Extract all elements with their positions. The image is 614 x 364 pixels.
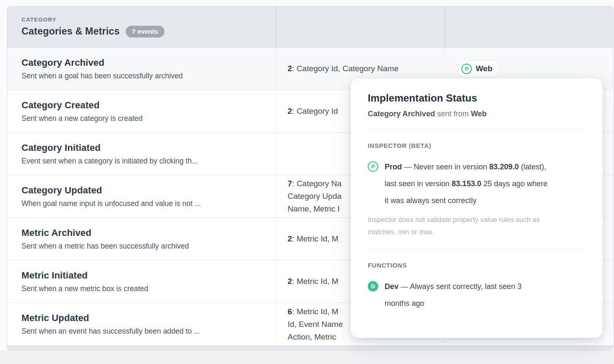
category-header-main: CATEGORY Categories & Metrics 7 events: [7, 6, 277, 47]
event-name-cell: Category Created Sent when a new categor…: [7, 90, 277, 132]
category-header: CATEGORY Categories & Metrics 7 events: [7, 6, 613, 48]
dev-env-icon: D: [368, 281, 378, 292]
events-count-badge: 7 events: [126, 26, 164, 37]
event-description: Sent when a new metric box is created: [22, 284, 276, 293]
dev-status-text: Dev — Always sent correctly, last seen 3…: [385, 278, 586, 312]
event-name-cell: Category Initiated Event sent when a cat…: [7, 133, 277, 175]
event-name-cell: Metric Updated Sent when an event has su…: [7, 303, 277, 345]
prod-env-icon: P: [461, 64, 472, 74]
event-name-cell: Metric Initiated Sent when a new metric …: [7, 260, 277, 302]
properties-list: : Metric Id, M: [292, 234, 339, 243]
event-description: Sent when a new category is created: [22, 114, 276, 123]
popover-divider-functions: [368, 249, 586, 249]
event-title: Metric Updated: [22, 313, 276, 324]
properties-count: 2: [288, 234, 292, 243]
event-title: Category Archived: [22, 57, 276, 68]
properties-list: : Category Id: [292, 107, 338, 115]
event-title: Category Updated: [22, 185, 276, 196]
category-title: Categories & Metrics: [22, 26, 120, 37]
table-footer-strip: [7, 345, 613, 351]
event-name-cell: Category Updated When goal name input is…: [7, 175, 277, 217]
properties-count: 7: [288, 179, 292, 188]
properties-column-header: [277, 6, 445, 47]
event-title: Category Initiated: [22, 142, 276, 153]
event-description: Sent when an event has successfully been…: [22, 327, 276, 336]
prod-status-item: P Prod — Never seen in version 83.209.0 …: [368, 158, 586, 209]
prod-line2-suffix: 25 days ago where: [481, 179, 547, 188]
prod-env-icon: P: [368, 161, 378, 172]
event-title: Metric Initiated: [22, 270, 276, 281]
prod-line1-suffix: (latest),: [519, 163, 546, 171]
prod-env-name: Prod: [385, 163, 402, 171]
dev-line1-text: — Always sent correctly, last seen 3: [399, 282, 522, 291]
event-name-cell: Metric Archived Sent when a metric has b…: [7, 218, 277, 260]
properties-list: : Metric Id, M: [292, 307, 339, 316]
prod-last-seen-version: 83.153.0: [452, 179, 481, 188]
category-kind-label: CATEGORY: [22, 16, 276, 23]
popover-divider-top: [368, 129, 586, 130]
event-title: Metric Archived: [22, 228, 276, 238]
page-bottom-band: [0, 351, 614, 364]
event-description: When goal name input is unfocused and va…: [22, 199, 276, 208]
popover-subtitle: Category Archived sent from Web: [368, 110, 586, 118]
popover-source-name: Web: [471, 110, 487, 118]
properties-list: : Category Na: [292, 179, 342, 188]
event-description: Event sent when a category is initiated …: [22, 157, 276, 166]
dev-env-name: Dev: [385, 282, 399, 291]
dev-status-item: D Dev — Always sent correctly, last seen…: [368, 278, 586, 312]
popover-event-name: Category Archived: [368, 110, 435, 118]
prod-latest-version: 83.209.0: [489, 163, 519, 171]
prod-line2-text: last seen in version: [385, 179, 452, 188]
inspector-note-line2: matches, min or max.: [368, 226, 586, 238]
inspector-note-line1: Inspector does not validate property val…: [368, 214, 586, 226]
event-description: Sent when a metric has been successfully…: [22, 242, 276, 251]
popover-subtitle-mid: sent from: [435, 110, 471, 118]
source-badge-label: Web: [476, 64, 493, 73]
properties-list: : Metric Id, M: [292, 277, 339, 286]
properties-list: : Category Id, Category Name: [292, 64, 399, 73]
prod-line3-text: it was always sent correctly: [385, 192, 586, 209]
event-name-cell: Category Archived Sent when a goal has b…: [7, 48, 277, 90]
implementation-status-popover: Implementation Status Category Archived …: [351, 78, 603, 338]
prod-line1-text: — Never seen in version: [402, 163, 489, 171]
sources-column-header: [445, 6, 613, 47]
properties-count: 2: [288, 107, 292, 115]
properties-count: 2: [288, 64, 292, 73]
source-badge-web[interactable]: P Web: [457, 60, 500, 78]
event-title: Category Created: [22, 100, 276, 111]
inspector-note: Inspector does not validate property val…: [368, 214, 586, 238]
popover-title: Implementation Status: [368, 92, 586, 104]
properties-count: 2: [288, 277, 292, 286]
prod-status-text: Prod — Never seen in version 83.209.0 (l…: [385, 158, 586, 209]
dev-line2-text: months ago: [385, 295, 586, 312]
properties-count: 6: [288, 307, 292, 316]
inspector-section-label: INSPECTOR (BETA): [368, 142, 586, 149]
event-description: Sent when a goal has been successfully a…: [22, 72, 276, 80]
functions-section-label: FUNCTIONS: [368, 262, 586, 269]
